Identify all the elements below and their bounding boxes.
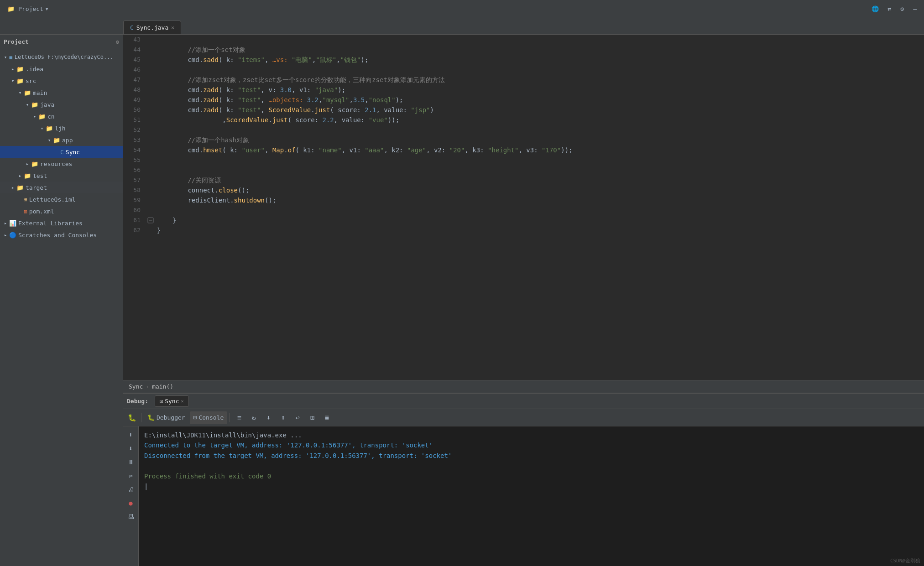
- debugger-icon: 🐛: [147, 414, 155, 421]
- tree-item-iml[interactable]: ⊞ LettuceQs.iml: [0, 193, 123, 205]
- tree-item-target[interactable]: ▸ 📁 target: [0, 182, 123, 193]
- tree-label-iml: LettuceQs.iml: [29, 196, 76, 203]
- tab-sync-java[interactable]: C Sync.java ✕: [123, 21, 181, 34]
- folder-icon-main: 📁: [24, 89, 31, 96]
- console-cursor: |: [144, 481, 919, 491]
- code-line-48: 48 cmd.zadd( k: "test", v: 3.0, v1: "jav…: [123, 85, 924, 95]
- stop-button[interactable]: ●: [125, 497, 137, 509]
- code-line-58: 58 connect.close();: [123, 185, 924, 195]
- console-tab[interactable]: ⊡ Console: [190, 411, 228, 424]
- console-output[interactable]: E:\install\JDK11\install\bin\java.exe ..…: [139, 426, 924, 566]
- library-icon: 📊: [9, 220, 16, 227]
- tree-item-scratches[interactable]: ▸ 🔵 Scratches and Consoles: [0, 229, 123, 241]
- tree-label-main: main: [33, 89, 47, 96]
- console-icon: ⊡: [193, 414, 197, 421]
- tree-item-src[interactable]: ▾ 📁 src: [0, 75, 123, 87]
- folder-icon-app: 📁: [53, 137, 60, 144]
- clear-button[interactable]: ⇌: [125, 469, 137, 482]
- resume-button[interactable]: ↻: [247, 411, 261, 424]
- tree-item-main[interactable]: ▾ 📁 main: [0, 87, 123, 99]
- tree-item-idea[interactable]: ▸ 📁 .idea: [0, 63, 123, 75]
- pause-button[interactable]: ⏸: [125, 456, 137, 468]
- tree-label-sync: Sync: [66, 149, 80, 156]
- debug-tab-close-icon[interactable]: ✕: [181, 399, 184, 404]
- console-line-4: [144, 461, 919, 471]
- tree-item-resources[interactable]: ▸ 📁 resources: [0, 158, 123, 170]
- breadcrumb-main[interactable]: main(): [152, 383, 173, 390]
- expand-arrow-cn: ▾: [31, 114, 38, 119]
- expand-arrow-resources: ▸: [24, 161, 31, 167]
- step-into-button[interactable]: ⬆: [276, 411, 290, 424]
- scroll-down-button[interactable]: ⬇: [125, 442, 137, 455]
- expand-arrow-src: ▾: [9, 78, 16, 84]
- console-line-2: Connected to the target VM, address: '12…: [144, 440, 919, 450]
- tree-item-pom[interactable]: m pom.xml: [0, 205, 123, 217]
- settings-button[interactable]: ⚙: [898, 5, 907, 13]
- print2-button[interactable]: 🖶: [125, 510, 137, 523]
- code-line-62: 62 }: [123, 225, 924, 235]
- step-over-button[interactable]: ⬇: [261, 411, 275, 424]
- code-line-43: 43: [123, 35, 924, 45]
- project-label: Project: [18, 5, 43, 12]
- code-line-54: 54 cmd.hmset( k: "user", Map.of( k1: "na…: [123, 145, 924, 155]
- toolbar-separator-2: [230, 413, 230, 422]
- chevron-down-icon: ▾: [45, 5, 49, 12]
- tree-label-target: target: [26, 184, 47, 191]
- breadcrumb: Sync › main(): [123, 380, 924, 393]
- folder-icon-target: 📁: [16, 184, 24, 191]
- main-layout: Project ⚙ ▾ ◼ LettuceQs F:\myCode\crazyC…: [0, 35, 924, 566]
- debug-tab-sync[interactable]: ⊡ Sync ✕: [155, 395, 189, 407]
- expand-arrow-main: ▾: [16, 90, 24, 96]
- variables-button[interactable]: ≣: [320, 411, 334, 424]
- code-line-52: 52: [123, 125, 924, 135]
- sidebar-tree: ▾ ◼ LettuceQs F:\myCode\crazyCo... ▸ 📁 .…: [0, 49, 123, 243]
- tree-item-test[interactable]: ▸ 📁 test: [0, 170, 123, 182]
- globe-button[interactable]: 🌐: [869, 5, 882, 13]
- step-out-button[interactable]: ↩: [291, 411, 304, 424]
- debug-content: ⬆ ⬇ ⏸ ⇌ 🖨 ● 🖶 E:\install\JDK11\install\b…: [123, 426, 924, 566]
- frames-button[interactable]: ⊞: [305, 411, 319, 424]
- code-line-57: 57 //关闭资源: [123, 175, 924, 185]
- sidebar-header: Project ⚙: [0, 35, 123, 49]
- watermark: CSDN@金刚狼: [890, 557, 920, 564]
- expand-arrow-external: ▸: [2, 220, 9, 226]
- tree-item-java[interactable]: ▾ 📁 java: [0, 99, 123, 110]
- tab-close-icon[interactable]: ✕: [171, 25, 174, 31]
- content-area: 43 44 //添加一个set对象 45 cmd.sadd( k: "items…: [123, 35, 924, 566]
- expand-arrow-java: ▾: [24, 102, 31, 108]
- tree-item-cn[interactable]: ▾ 📁 cn: [0, 110, 123, 122]
- code-line-53: 53 //添加一个hash对象: [123, 135, 924, 145]
- breadcrumb-separator: ›: [146, 383, 149, 390]
- project-button[interactable]: 📁 Project ▾: [5, 5, 52, 13]
- fold-icon[interactable]: [147, 217, 154, 223]
- top-toolbar: 📁 Project ▾ 🌐 ⇄ ⚙ —: [0, 0, 924, 18]
- tree-item-sync[interactable]: C Sync: [0, 146, 123, 158]
- breadcrumb-sync[interactable]: Sync: [129, 383, 143, 390]
- scroll-up-button[interactable]: ⬆: [125, 428, 137, 441]
- debugger-tab[interactable]: 🐛 Debugger: [144, 411, 189, 424]
- expand-arrow-app: ▾: [46, 137, 53, 143]
- tree-item-root[interactable]: ▾ ◼ LettuceQs F:\myCode\crazyCo...: [0, 51, 123, 63]
- debug-bug-button[interactable]: 🐛: [125, 411, 139, 424]
- tree-label-scratches: Scratches and Consoles: [18, 232, 97, 239]
- tree-item-external[interactable]: ▸ 📊 External Libraries: [0, 217, 123, 229]
- expand-arrow-test: ▸: [16, 173, 24, 179]
- debug-tab-bar: Debug: ⊡ Sync ✕: [123, 394, 924, 409]
- structure-button[interactable]: ⇄: [885, 5, 894, 13]
- code-line-47: 47 //添加zset对象，zset比set多一个score的分数功能，三种向z…: [123, 75, 924, 85]
- expand-arrow-root: ▾: [2, 54, 9, 60]
- gear-icon[interactable]: ⚙: [116, 39, 119, 45]
- minimize-button[interactable]: —: [910, 5, 919, 13]
- expand-arrow-idea: ▸: [9, 66, 16, 72]
- expand-arrow-scratches: ▸: [2, 232, 9, 238]
- tree-item-app[interactable]: ▾ 📁 app: [0, 134, 123, 146]
- code-lines: 43 44 //添加一个set对象 45 cmd.sadd( k: "items…: [123, 35, 924, 235]
- print-button[interactable]: 🖨: [125, 483, 137, 496]
- tree-item-ljh[interactable]: ▾ 📁 ljh: [0, 122, 123, 134]
- code-line-46: 46: [123, 65, 924, 75]
- debug-tab-label: Sync: [165, 398, 179, 405]
- tree-label-java: java: [40, 101, 54, 108]
- folder-icon: 📁: [7, 5, 15, 12]
- code-editor[interactable]: 43 44 //添加一个set对象 45 cmd.sadd( k: "items…: [123, 35, 924, 380]
- filter-button[interactable]: ≡: [232, 411, 246, 424]
